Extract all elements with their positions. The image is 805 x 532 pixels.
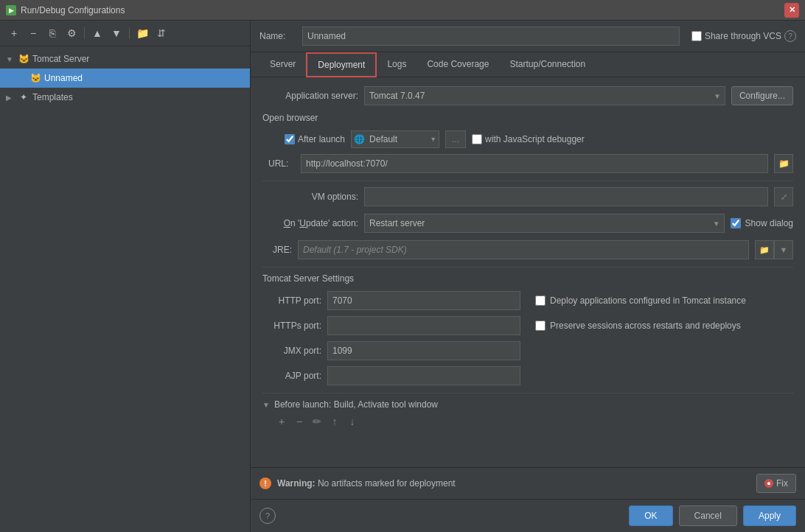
move-down-button[interactable]: ▼ — [108, 25, 125, 41]
tab-deployment[interactable]: Deployment — [306, 52, 377, 77]
unnamed-label: Unnamed — [44, 73, 83, 83]
warning-text: Warning: No artifacts marked for deploym… — [277, 478, 750, 489]
divider-1 — [262, 181, 793, 181]
tab-logs[interactable]: Logs — [377, 53, 417, 77]
https-port-row: HTTPs port: — [262, 316, 520, 335]
js-debug-checkbox[interactable] — [472, 134, 482, 144]
browser-select[interactable]: Default — [351, 130, 439, 148]
move-up-button[interactable]: ▲ — [89, 25, 105, 41]
jre-label: JRE: — [262, 245, 292, 255]
name-input[interactable] — [302, 27, 680, 46]
apply-button[interactable]: Apply — [743, 505, 796, 526]
browser-select-wrapper: 🌐 Default ▼ — [351, 130, 439, 148]
share-vcs-help-icon[interactable]: ? — [784, 30, 796, 42]
warning-icon: ! — [259, 477, 271, 489]
before-launch-section: ▼ Before launch: Build, Activate tool wi… — [262, 393, 793, 429]
jre-folder-button[interactable]: 📁 — [755, 240, 774, 259]
deploy-apps-label: Deploy applications configured in Tomcat… — [550, 295, 746, 306]
settings-config-button[interactable]: ⚙ — [63, 25, 80, 41]
app-server-select[interactable]: Tomcat 7.0.47 — [364, 86, 725, 105]
jre-input[interactable] — [298, 240, 749, 259]
cancel-button[interactable]: Cancel — [679, 505, 737, 526]
sidebar: + − ⎘ ⚙ ▲ ▼ 📁 ⇵ ▼ 🐱 Tomcat Server 🐱 Unna… — [0, 21, 251, 532]
ajp-port-label: AJP port: — [262, 371, 321, 381]
jmx-port-input[interactable] — [327, 341, 520, 360]
before-launch-header: ▼ Before launch: Build, Activate tool wi… — [262, 399, 793, 410]
app-server-label: Application server: — [262, 91, 358, 101]
tomcat-settings-heading: Tomcat Server Settings — [262, 273, 793, 284]
before-launch-edit-button[interactable]: ✏ — [310, 414, 324, 429]
before-launch-toolbar: + − ✏ ↑ ↓ — [262, 414, 793, 429]
before-launch-arrow[interactable]: ▼ — [262, 401, 270, 409]
tabs-bar: Server Deployment Logs Code Coverage Sta… — [251, 52, 805, 77]
url-folder-button[interactable]: 📁 — [774, 154, 793, 173]
url-label: URL: — [268, 158, 295, 169]
sidebar-item-unnamed[interactable]: 🐱 Unnamed — [0, 69, 250, 88]
jre-dropdown-button[interactable]: ▼ — [774, 240, 793, 259]
add-config-button[interactable]: + — [6, 25, 22, 41]
https-port-label: HTTPs port: — [262, 321, 321, 331]
app-server-row: Application server: Tomcat 7.0.47 ▼ Conf… — [262, 86, 793, 105]
vm-options-expand-button[interactable]: ⤢ — [774, 187, 793, 206]
copy-config-button[interactable]: ⎘ — [44, 25, 60, 41]
toolbar-separator — [84, 27, 85, 39]
after-launch-checkbox[interactable] — [285, 134, 295, 144]
configure-button[interactable]: Configure... — [731, 86, 793, 105]
vm-options-input[interactable] — [364, 187, 768, 206]
right-panel: Name: Share through VCS ? Server Deploym… — [251, 21, 805, 532]
templates-icon: ✦ — [18, 91, 29, 103]
on-update-label: On 'Update' action: — [262, 218, 358, 228]
update-action-select[interactable]: Restart server — [364, 214, 725, 233]
app-icon: ▶ — [6, 5, 16, 15]
sort-button[interactable]: ⇵ — [153, 25, 170, 41]
show-dialog-checkbox[interactable] — [731, 218, 741, 228]
before-launch-down-button[interactable]: ↓ — [345, 414, 360, 429]
preserve-sessions-row: Preserve sessions across restarts and re… — [535, 316, 793, 335]
before-launch-title: Before launch: Build, Activate tool wind… — [274, 399, 438, 410]
tab-code-coverage[interactable]: Code Coverage — [417, 53, 499, 77]
name-row: Name: Share through VCS ? — [251, 21, 805, 52]
sidebar-item-templates[interactable]: ▶ ✦ Templates — [0, 88, 250, 107]
tab-server[interactable]: Server — [259, 53, 306, 77]
title-bar-title: Run/Debug Configurations — [21, 5, 125, 15]
sidebar-item-tomcat-server[interactable]: ▼ 🐱 Tomcat Server — [0, 49, 250, 69]
http-port-row: HTTP port: — [262, 291, 520, 310]
jmx-port-row: JMX port: — [262, 341, 520, 360]
vm-options-row: VM options: ⤢ — [262, 187, 793, 206]
preserve-sessions-label: Preserve sessions across restarts and re… — [550, 321, 741, 331]
browser-dots-button[interactable]: ... — [445, 130, 466, 148]
ok-button[interactable]: OK — [629, 505, 672, 526]
js-debug-row: with JavaScript debugger — [472, 134, 585, 144]
jre-buttons: 📁 ▼ — [755, 240, 793, 259]
jmx-port-label: JMX port: — [262, 346, 321, 356]
browser-launch-row: After launch 🌐 Default ▼ ... with JavaSc… — [262, 130, 793, 148]
fix-button[interactable]: ● Fix — [756, 474, 796, 493]
warning-row: ! Warning: No artifacts marked for deplo… — [251, 468, 805, 499]
before-launch-up-button[interactable]: ↑ — [327, 414, 342, 429]
before-launch-remove-button[interactable]: − — [292, 414, 307, 429]
remove-config-button[interactable]: − — [25, 25, 41, 41]
name-label: Name: — [259, 31, 296, 41]
show-dialog-label: Show dialog — [745, 218, 793, 228]
share-vcs-checkbox[interactable] — [691, 31, 702, 41]
before-launch-add-button[interactable]: + — [274, 414, 289, 429]
preserve-sessions-checkbox[interactable] — [535, 321, 546, 331]
url-input[interactable] — [301, 154, 768, 173]
sidebar-tree: ▼ 🐱 Tomcat Server 🐱 Unnamed ▶ ✦ Template… — [0, 46, 250, 532]
http-port-input[interactable] — [327, 291, 520, 310]
open-browser-heading: Open browser — [262, 113, 793, 123]
help-button[interactable]: ? — [259, 508, 276, 524]
title-bar: ▶ Run/Debug Configurations ✕ — [0, 0, 805, 21]
https-port-input[interactable] — [327, 316, 520, 335]
after-launch-label: After launch — [298, 134, 345, 144]
close-button[interactable]: ✕ — [784, 3, 799, 18]
after-launch-checkbox-row: After launch — [285, 134, 345, 144]
folder-button[interactable]: 📁 — [134, 25, 150, 41]
deploy-apps-checkbox[interactable] — [535, 295, 546, 306]
fix-icon: ● — [764, 479, 773, 488]
url-row: URL: 📁 — [262, 154, 793, 173]
ajp-port-input[interactable] — [327, 366, 520, 385]
tab-startup-connection[interactable]: Startup/Connection — [499, 53, 596, 77]
divider-2 — [262, 267, 793, 267]
share-vcs-row: Share through VCS ? — [691, 30, 796, 42]
